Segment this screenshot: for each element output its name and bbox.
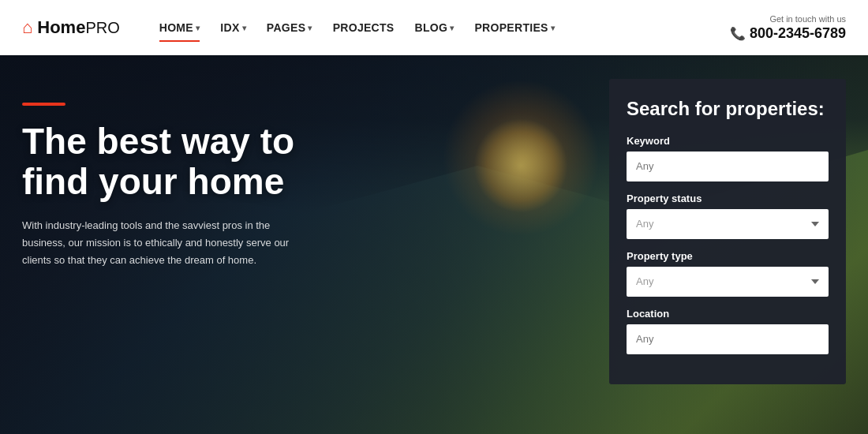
property-type-select[interactable]: Any	[627, 267, 829, 297]
phone-number[interactable]: 📞 800-2345-6789	[730, 25, 846, 42]
nav-item-properties[interactable]: PROPERTIES ▾	[466, 15, 563, 40]
phone-icon: 📞	[730, 26, 746, 41]
keyword-input[interactable]	[627, 152, 829, 181]
chevron-down-icon: ▾	[308, 24, 312, 32]
hero-accent-line	[22, 103, 65, 106]
header-contact: Get in touch with us 📞 800-2345-6789	[730, 14, 846, 42]
nav-item-blog[interactable]: BLOG ▾	[407, 15, 462, 40]
location-label: Location	[627, 308, 829, 320]
nav-item-pages[interactable]: PAGES ▾	[259, 15, 320, 40]
hero-title: The best way to find your home	[22, 122, 354, 201]
hero-content: The best way to find your home With indu…	[22, 103, 354, 269]
chevron-down-icon: ▾	[196, 24, 200, 32]
nav-item-projects[interactable]: PROJECTS	[325, 15, 402, 40]
hero-section: The best way to find your home With indu…	[0, 55, 868, 434]
search-panel: Search for properties: Keyword Property …	[609, 79, 846, 384]
chevron-down-icon: ▾	[450, 24, 454, 32]
contact-label: Get in touch with us	[769, 14, 846, 24]
header: ⌂ HomePRO HOME ▾ IDX ▾ PAGES ▾ PROJECTS …	[0, 0, 868, 55]
hero-subtitle: With industry-leading tools and the savv…	[22, 217, 290, 269]
home-icon: ⌂	[22, 17, 32, 38]
chevron-down-icon: ▾	[242, 24, 246, 32]
property-status-group: Property status Any	[627, 193, 829, 239]
nav-item-idx[interactable]: IDX ▾	[212, 15, 254, 40]
location-input[interactable]	[627, 324, 829, 354]
property-type-group: Property type Any	[627, 250, 829, 297]
location-group: Location	[627, 308, 829, 354]
logo[interactable]: ⌂ HomePRO	[22, 17, 120, 38]
chevron-down-icon: ▾	[551, 24, 555, 32]
search-panel-title: Search for properties:	[627, 98, 829, 121]
property-type-label: Property type	[627, 250, 829, 262]
logo-text: HomePRO	[37, 17, 119, 38]
nav-item-home[interactable]: HOME ▾	[152, 15, 208, 40]
keyword-label: Keyword	[627, 135, 829, 147]
property-status-select[interactable]: Any	[627, 209, 829, 239]
main-nav: HOME ▾ IDX ▾ PAGES ▾ PROJECTS BLOG ▾ PRO…	[152, 15, 730, 40]
property-status-label: Property status	[627, 193, 829, 204]
keyword-group: Keyword	[627, 135, 829, 181]
